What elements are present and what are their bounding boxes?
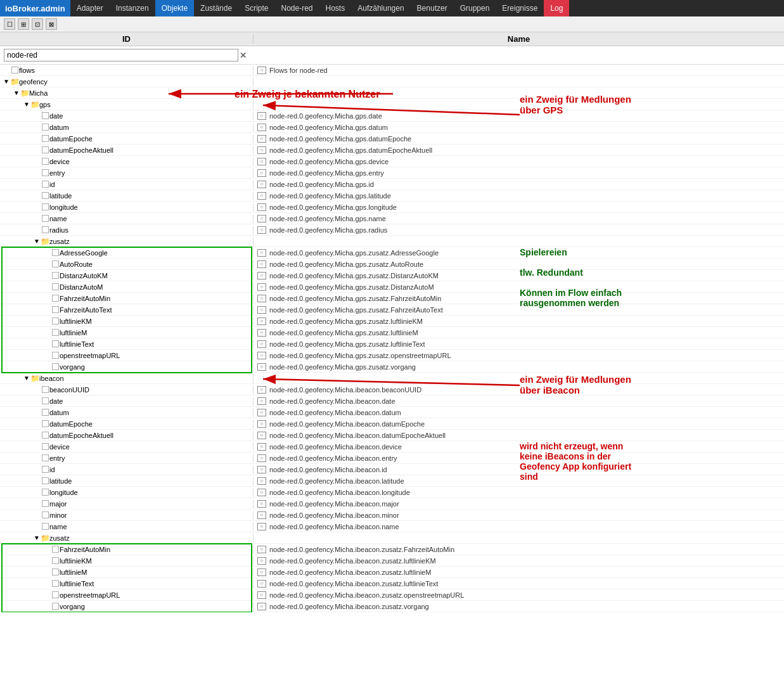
tree-row[interactable]: id○node-red.0.geofency.Micha.gps.id	[0, 179, 784, 190]
tree-row[interactable]: datum○node-red.0.geofency.Micha.gps.datu…	[0, 122, 784, 133]
file-checkbox-icon	[42, 386, 49, 393]
tree-row[interactable]: ▼📁zusatz	[0, 532, 784, 544]
toolbar-btn1[interactable]: ☐	[4, 18, 15, 30]
toolbar-btn4[interactable]: ⊠	[46, 18, 57, 30]
folder-toggle-icon[interactable]: ▼	[13, 89, 20, 96]
folder-toggle-icon[interactable]: ▼	[33, 238, 41, 245]
tree-row[interactable]: vorgang○node-red.0.geofency.Micha.ibeaco…	[0, 601, 784, 612]
tree-item-value: node-red.0.geofency.Micha.ibeacon.entry	[269, 454, 397, 462]
file-checkbox-icon	[42, 489, 49, 496]
tree-row[interactable]: latitude○node-red.0.geofency.Micha.ibeac…	[0, 475, 784, 487]
tree-row[interactable]: entry○node-red.0.geofency.Micha.gps.entr…	[0, 167, 784, 179]
tree-row[interactable]: DistanzAutoKM○node-red.0.geofency.Micha.…	[0, 270, 784, 281]
folder-icon: 📁	[30, 374, 39, 383]
file-checkbox-icon	[52, 283, 59, 290]
tree-row[interactable]: openstreetmapURL○node-red.0.geofency.Mic…	[0, 589, 784, 601]
folder-toggle-icon[interactable]: ▼	[3, 78, 10, 85]
search-input[interactable]	[4, 49, 238, 61]
tree-item-value: node-red.0.geofency.Micha.ibeacon.device	[269, 443, 402, 451]
folder-toggle-icon[interactable]: ▼	[23, 375, 30, 382]
tree-row[interactable]: latitude○node-red.0.geofency.Micha.gps.l…	[0, 190, 784, 202]
tree-row[interactable]: luftlinieKM○node-red.0.geofency.Micha.ib…	[0, 555, 784, 567]
value-type-icon: ○	[257, 546, 266, 553]
tree-row[interactable]: datumEpoche○node-red.0.geofency.Micha.ib…	[0, 418, 784, 430]
nav-hosts[interactable]: Hosts	[319, 0, 352, 16]
tree-row[interactable]: major○node-red.0.geofency.Micha.ibeacon.…	[0, 498, 784, 510]
nav-benutzer[interactable]: Benutzer	[411, 0, 454, 16]
tree-row[interactable]: date○node-red.0.geofency.Micha.gps.date	[0, 110, 784, 122]
tree-row[interactable]: ▼📁zusatz	[0, 236, 784, 247]
tree-row[interactable]: ▼📁geofency	[0, 76, 784, 87]
tree-item-label: zusatz	[49, 534, 70, 542]
tree-row[interactable]: date○node-red.0.geofency.Micha.ibeacon.d…	[0, 395, 784, 407]
toolbar-btn3[interactable]: ⊡	[32, 18, 43, 30]
tree-row[interactable]: luftlinieText○node-red.0.geofency.Micha.…	[0, 338, 784, 350]
tree-row[interactable]: datum○node-red.0.geofency.Micha.ibeacon.…	[0, 407, 784, 418]
folder-toggle-icon[interactable]: ▼	[23, 101, 30, 108]
nav-gruppen[interactable]: Gruppen	[454, 0, 496, 16]
nav-scripte[interactable]: Scripte	[238, 0, 274, 16]
tree-row[interactable]: radius○node-red.0.geofency.Micha.gps.rad…	[0, 224, 784, 236]
tree-row[interactable]: entry○node-red.0.geofency.Micha.ibeacon.…	[0, 453, 784, 464]
file-checkbox-icon	[52, 363, 59, 370]
value-type-icon: ○	[257, 124, 266, 131]
tree-row[interactable]: FahrzeitAutoMin○node-red.0.geofency.Mich…	[0, 544, 784, 555]
file-checkbox-icon	[42, 181, 49, 188]
tree-row[interactable]: vorgang○node-red.0.geofency.Micha.gps.zu…	[0, 361, 784, 373]
nav-ereignisse[interactable]: Ereignisse	[496, 0, 544, 16]
tree-row[interactable]: luftlinieM○node-red.0.geofency.Micha.gps…	[0, 327, 784, 338]
tree-row[interactable]: device○node-red.0.geofency.Micha.gps.dev…	[0, 156, 784, 167]
tree-row[interactable]: datumEpoche○node-red.0.geofency.Micha.gp…	[0, 133, 784, 145]
tree-item-label: longitude	[49, 203, 78, 211]
tree-row[interactable]: luftlinieM○node-red.0.geofency.Micha.ibe…	[0, 567, 784, 578]
tree-item-label: entry	[49, 454, 65, 462]
tree-row[interactable]: name○node-red.0.geofency.Micha.ibeacon.n…	[0, 521, 784, 532]
toolbar-btn2[interactable]: ⊞	[18, 18, 29, 30]
tree-row[interactable]: flows○Flows for node-red	[0, 65, 784, 76]
nav-node-red[interactable]: Node-red	[274, 0, 319, 16]
value-type-icon: ○	[257, 146, 266, 154]
nav-adapter[interactable]: Adapter	[70, 0, 110, 16]
tree-row[interactable]: datumEpocheAktuell○node-red.0.geofency.M…	[0, 430, 784, 441]
nav-aufzaehlungen[interactable]: Aufzählungen	[351, 0, 410, 16]
nav-log[interactable]: Log	[544, 0, 569, 16]
tree-row[interactable]: ▼📁ibeacon	[0, 373, 784, 384]
tree-row[interactable]: AdresseGoogle○node-red.0.geofency.Micha.…	[0, 247, 784, 259]
tree-row[interactable]: luftlinieText○node-red.0.geofency.Micha.…	[0, 578, 784, 589]
tree-row[interactable]: FahrzeitAutoText○node-red.0.geofency.Mic…	[0, 304, 784, 316]
tree-row[interactable]: datumEpocheAktuell○node-red.0.geofency.M…	[0, 145, 784, 156]
tree-row[interactable]: AutoRoute○node-red.0.geofency.Micha.gps.…	[0, 259, 784, 270]
file-checkbox-icon	[42, 466, 49, 473]
tree-container: flows○Flows for node-red▼📁geofency▼📁Mich…	[0, 65, 784, 612]
nav-instanzen[interactable]: Instanzen	[110, 0, 155, 16]
value-type-icon: ○	[257, 569, 266, 576]
tree-item-value: node-red.0.geofency.Micha.ibeacon.name	[269, 523, 399, 530]
tree-item-label: luftlinieText	[60, 340, 94, 348]
tree-row[interactable]: minor○node-red.0.geofency.Micha.ibeacon.…	[0, 510, 784, 521]
value-type-icon: ○	[257, 591, 266, 599]
value-type-icon: ○	[257, 192, 266, 200]
tree-row[interactable]: ▼📁Micha	[0, 87, 784, 99]
tree-item-label: datumEpocheAktuell	[49, 432, 113, 439]
tree-row[interactable]: DistanzAutoM○node-red.0.geofency.Micha.g…	[0, 281, 784, 293]
tree-row[interactable]: luftlinieKM○node-red.0.geofency.Micha.gp…	[0, 316, 784, 327]
file-checkbox-icon	[52, 295, 59, 302]
folder-toggle-icon[interactable]: ▼	[33, 534, 41, 541]
tree-row[interactable]: FahrzeitAutoMin○node-red.0.geofency.Mich…	[0, 293, 784, 304]
tree-row[interactable]: name○node-red.0.geofency.Micha.gps.name	[0, 213, 784, 224]
tree-row[interactable]: beaconUUID○node-red.0.geofency.Micha.ibe…	[0, 384, 784, 395]
tree-row[interactable]: device○node-red.0.geofency.Micha.ibeacon…	[0, 441, 784, 453]
tree-item-label: vorgang	[60, 603, 85, 610]
value-type-icon: ○	[257, 215, 266, 222]
tree-row[interactable]: longitude○node-red.0.geofency.Micha.gps.…	[0, 202, 784, 213]
brand-label[interactable]: ioBroker.admin	[0, 0, 70, 16]
tree-row[interactable]: ▼📁gps	[0, 99, 784, 110]
search-clear-button[interactable]: ✕	[240, 51, 247, 60]
tree-row[interactable]: longitude○node-red.0.geofency.Micha.ibea…	[0, 487, 784, 498]
tree-row[interactable]: id○node-red.0.geofency.Micha.ibeacon.id	[0, 464, 784, 475]
value-type-icon: ○	[257, 603, 266, 610]
tree-row[interactable]: openstreetmapURL○node-red.0.geofency.Mic…	[0, 350, 784, 361]
nav-zustaende[interactable]: Zustände	[194, 0, 238, 16]
nav-objekte[interactable]: Objekte	[155, 0, 194, 16]
file-checkbox-icon	[52, 352, 59, 359]
